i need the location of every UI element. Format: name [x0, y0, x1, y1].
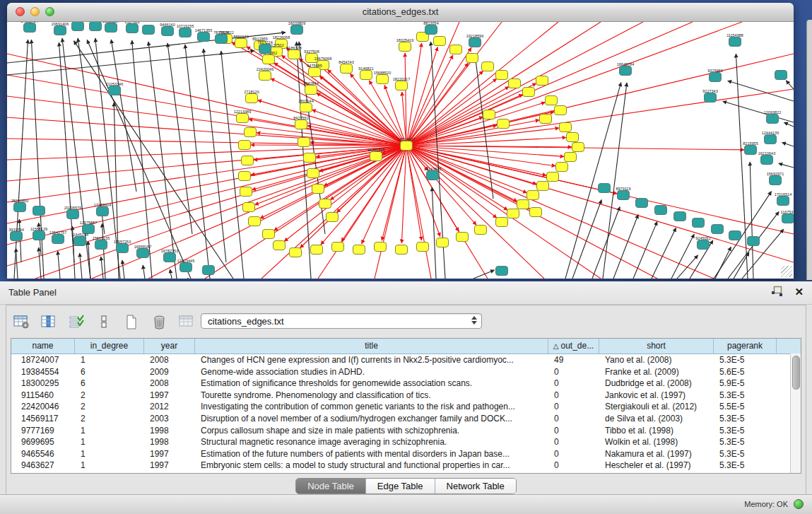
black-edge[interactable]	[101, 257, 103, 279]
graph-node[interactable]	[291, 25, 303, 35]
black-edge[interactable]	[143, 265, 145, 279]
black-edge[interactable]	[148, 42, 177, 279]
graph-node[interactable]	[377, 75, 389, 84]
graph-node[interactable]	[523, 88, 535, 97]
table-row[interactable]: 1456911722003Disruption of a novel membe…	[11, 413, 801, 425]
graph-node[interactable]	[239, 172, 251, 181]
window-resize-grip[interactable]	[781, 266, 792, 277]
graph-node[interactable]	[312, 185, 324, 194]
graph-node[interactable]	[782, 214, 794, 223]
graph-node[interactable]	[300, 103, 312, 112]
graph-node[interactable]	[117, 244, 129, 253]
black-edge[interactable]	[592, 206, 620, 279]
graph-node[interactable]	[353, 245, 365, 255]
select-rows-icon[interactable]	[67, 313, 86, 331]
graph-node[interactable]	[560, 123, 572, 132]
graph-node[interactable]	[599, 184, 611, 193]
graph-node[interactable]	[536, 76, 548, 86]
table-select[interactable]: citations_edges.txt	[201, 313, 482, 329]
delete-table-icon[interactable]	[150, 313, 168, 331]
black-edge[interactable]	[779, 163, 794, 168]
graph-node[interactable]	[770, 176, 782, 185]
black-edge[interactable]	[185, 45, 210, 279]
graph-node[interactable]	[90, 22, 102, 31]
graph-node[interactable]	[259, 71, 271, 81]
select-column-icon[interactable]	[40, 313, 58, 331]
table-row[interactable]: 946362711997Embryonic stem cells: a mode…	[11, 460, 801, 472]
graph-node[interactable]	[242, 156, 254, 165]
graph-node[interactable]	[572, 143, 584, 152]
graph-node[interactable]	[273, 241, 286, 250]
graph-node[interactable]	[636, 199, 648, 208]
graph-node[interactable]	[775, 71, 787, 80]
black-edge[interactable]	[167, 43, 192, 234]
graph-node[interactable]	[745, 146, 757, 155]
table-vertical-scrollbar[interactable]	[790, 354, 801, 473]
table-row[interactable]: 946554611997Estimation of the future num…	[11, 448, 801, 460]
graph-node[interactable]	[765, 135, 777, 144]
graph-node[interactable]	[105, 23, 117, 33]
graph-node[interactable]	[216, 35, 228, 44]
black-edge[interactable]	[784, 122, 794, 127]
graph-node[interactable]	[180, 28, 192, 37]
graph-node[interactable]	[14, 203, 26, 212]
graph-node[interactable]	[530, 208, 542, 217]
graph-node[interactable]	[517, 200, 529, 209]
graph-node[interactable]	[618, 191, 630, 200]
graph-node[interactable]	[417, 243, 429, 252]
tab-node-table[interactable]: Node Table	[296, 479, 366, 493]
graph-node[interactable]	[767, 115, 779, 124]
graph-node[interactable]	[263, 55, 275, 64]
graph-node[interactable]	[360, 71, 372, 80]
column-header-name[interactable]: name	[11, 339, 75, 354]
column-header-title[interactable]: title	[195, 339, 548, 354]
graph-node[interactable]	[537, 182, 549, 191]
tab-edge-table[interactable]: Edge Table	[366, 479, 435, 493]
graph-node[interactable]	[475, 226, 487, 235]
column-header-short[interactable]: short	[599, 339, 714, 354]
graph-node[interactable]	[72, 22, 84, 31]
graph-node[interactable]	[399, 42, 411, 52]
column-header-pagerank[interactable]: pagerank	[714, 339, 777, 354]
table-row[interactable]: 1872400712008Changes of HCN gene express…	[11, 354, 801, 366]
graph-node[interactable]	[693, 218, 705, 228]
black-edge[interactable]	[750, 162, 753, 279]
graph-node[interactable]	[777, 197, 789, 206]
graph-node[interactable]	[546, 96, 558, 105]
graph-node[interactable]	[496, 218, 508, 227]
column-header-year[interactable]: year	[144, 339, 195, 354]
graph-node[interactable]	[466, 54, 478, 63]
red-edge[interactable]	[406, 89, 794, 146]
graph-node[interactable]	[434, 37, 446, 46]
graph-node[interactable]	[655, 206, 667, 215]
graph-node[interactable]	[33, 206, 45, 216]
graph-node[interactable]	[437, 238, 449, 247]
close-panel-icon[interactable]: ✕	[794, 286, 804, 297]
citation-network-graph[interactable]: 1872400718300295886012389129551822605891…	[7, 22, 794, 279]
window-titlebar[interactable]: citations_edges.txt	[7, 3, 794, 22]
graph-node[interactable]	[341, 64, 353, 74]
graph-node[interactable]	[498, 119, 510, 129]
graph-node[interactable]	[33, 231, 45, 240]
black-edge[interactable]	[58, 251, 60, 279]
graph-node[interactable]	[74, 237, 86, 246]
graph-node[interactable]	[496, 71, 508, 80]
black-edge[interactable]	[432, 187, 436, 279]
graph-node[interactable]	[109, 86, 121, 95]
graph-node[interactable]	[290, 248, 302, 257]
memory-status-indicator[interactable]	[794, 499, 804, 509]
graph-node[interactable]	[427, 171, 439, 180]
graph-node[interactable]	[235, 39, 247, 48]
table-row[interactable]: 1938455462009Genome-wide association stu…	[11, 366, 801, 378]
graph-node[interactable]	[547, 173, 559, 182]
tab-network-table[interactable]: Network Table	[435, 479, 516, 493]
graph-node[interactable]	[698, 240, 710, 250]
graph-node[interactable]	[298, 138, 310, 147]
graph-node[interactable]	[95, 240, 107, 250]
graph-node[interactable]	[246, 94, 258, 103]
graph-node[interactable]	[565, 153, 577, 162]
graph-node[interactable]	[396, 81, 408, 90]
graph-node[interactable]	[761, 156, 773, 165]
graph-node[interactable]	[295, 120, 307, 129]
graph-node[interactable]	[375, 243, 387, 252]
